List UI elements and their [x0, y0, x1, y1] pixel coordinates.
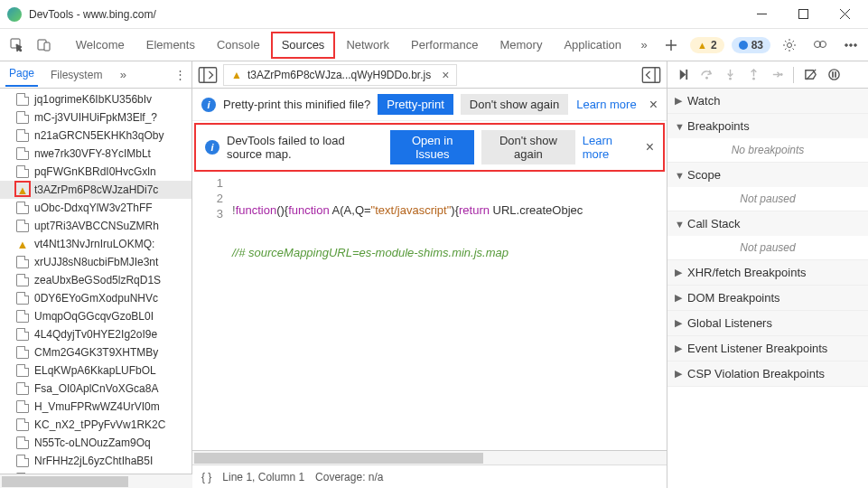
file-item[interactable]: mC-j3VUIHUiFpkM3Elf_?: [0, 108, 191, 127]
editor-file-tab[interactable]: ▲ t3AZrPm6P8cWJza...qWyH9DDo.br.js ×: [223, 64, 457, 86]
file-item[interactable]: jq1ogrimeK6IbKU356bIv: [0, 90, 191, 108]
pane-body: Not paused: [667, 187, 868, 211]
close-bar-icon[interactable]: ×: [649, 97, 658, 113]
file-item[interactable]: ▲vt4Nt13NvJrnIruLOKMQ:: [0, 235, 191, 253]
debug-pane: ▼ScopeNot paused: [667, 163, 868, 211]
tab-console[interactable]: Console: [206, 29, 271, 61]
open-in-issues-button[interactable]: Open in Issues: [390, 130, 474, 164]
pane-header[interactable]: ▶Watch: [667, 89, 868, 113]
file-icon: [16, 455, 29, 467]
pretty-print-bar: i Pretty-print this minified file? Prett…: [192, 89, 667, 121]
minimize-button[interactable]: [742, 2, 781, 27]
more-tabs-icon[interactable]: »: [636, 37, 652, 53]
file-item[interactable]: nwe7rk30VFY-8YcIMbLt: [0, 145, 191, 163]
navigator-hscrollbar[interactable]: [0, 474, 192, 488]
scrollbar-thumb[interactable]: [2, 476, 128, 487]
pane-label: DOM Breakpoints: [687, 291, 780, 305]
code-content[interactable]: !function(){function A(A,Q="text/javascr…: [229, 174, 667, 450]
file-item[interactable]: pqFWGnKBRdI0HvcGxln: [0, 163, 191, 181]
tab-network[interactable]: Network: [335, 29, 400, 61]
tab-performance[interactable]: Performance: [400, 29, 489, 61]
line-number: 3: [192, 206, 223, 221]
more-icon[interactable]: [839, 33, 863, 57]
step-out-icon[interactable]: [743, 65, 763, 85]
deactivate-breakpoints-icon[interactable]: [800, 65, 820, 85]
close-button[interactable]: [825, 2, 864, 27]
tab-elements[interactable]: Elements: [135, 29, 206, 61]
file-item[interactable]: KC_nX2_tPPyFvVw1RK2C: [0, 416, 191, 434]
file-icon: [16, 400, 29, 413]
dont-show-button[interactable]: Don't show again: [461, 94, 568, 115]
file-icon: [16, 256, 29, 268]
file-item[interactable]: CMm2G4GK3T9XHTMBy: [0, 343, 191, 361]
settings-icon[interactable]: [778, 33, 801, 57]
tab-sources[interactable]: Sources: [271, 32, 336, 59]
file-item[interactable]: Fsa_OI0AplCnVoXGca8A: [0, 380, 191, 398]
pane-header[interactable]: ▼Call Stack: [667, 211, 868, 236]
pause-exceptions-icon[interactable]: [824, 65, 844, 85]
dont-show-button[interactable]: Don't show again: [481, 130, 575, 164]
learn-more-link[interactable]: Learn more: [576, 98, 636, 111]
step-over-icon[interactable]: [696, 65, 716, 85]
nav-more-icon[interactable]: »: [115, 67, 131, 83]
pane-header[interactable]: ▶DOM Breakpoints: [667, 286, 868, 310]
nav-tab-filesystem[interactable]: Filesystem: [47, 65, 106, 85]
file-icon: [16, 328, 29, 341]
brackets-icon[interactable]: { }: [201, 471, 211, 483]
file-item[interactable]: xrUJJ8sN8ucbiFbMJIe3nt: [0, 253, 191, 271]
file-item[interactable]: H_VmuFPRwWZ4UrVI0m: [0, 398, 191, 416]
line-number: 1: [192, 175, 223, 191]
issues-badge[interactable]: 83: [732, 37, 770, 53]
step-into-icon[interactable]: [720, 65, 740, 85]
file-item[interactable]: n21aGRCN5EKHKh3qOby: [0, 127, 191, 145]
tab-welcome[interactable]: Welcome: [65, 29, 135, 61]
svg-rect-29: [832, 71, 834, 78]
pane-header[interactable]: ▶Global Listeners: [667, 311, 868, 335]
pane-header[interactable]: ▶CSP Violation Breakpoints: [667, 361, 868, 386]
pane-header[interactable]: ▶Event Listener Breakpoints: [667, 336, 868, 361]
separator: [793, 67, 794, 83]
nav-kebab-icon[interactable]: ⋮: [174, 68, 186, 81]
scrollbar-thumb[interactable]: [194, 453, 483, 464]
file-item[interactable]: uObc-DdxqYlW3v2ThFF: [0, 199, 191, 217]
toggle-debugger-icon[interactable]: [641, 65, 661, 85]
svg-point-12: [845, 43, 848, 46]
inspect-icon[interactable]: [5, 33, 29, 57]
feedback-icon[interactable]: [808, 33, 832, 57]
nav-tab-page[interactable]: Page: [5, 63, 38, 87]
code-editor[interactable]: 1 2 3 !function(){function A(A,Q="text/j…: [192, 174, 667, 450]
pane-header[interactable]: ▼Breakpoints: [667, 114, 868, 138]
device-icon[interactable]: [33, 33, 56, 57]
maximize-button[interactable]: [783, 2, 823, 27]
pretty-print-button[interactable]: Pretty-print: [378, 94, 453, 115]
resume-icon[interactable]: [673, 65, 693, 85]
close-tab-icon[interactable]: ×: [442, 68, 449, 82]
file-item[interactable]: NrFHHz2jL6yzChtIhaB5I: [0, 452, 191, 470]
pane-header[interactable]: ▼Scope: [667, 163, 868, 187]
close-bar-icon[interactable]: ×: [646, 139, 654, 155]
step-icon[interactable]: [767, 65, 787, 85]
file-item[interactable]: N55Tc-oLNOuzZam9Oq: [0, 434, 191, 452]
file-name: H_VmuFPRwWZ4UrVI0m: [34, 400, 160, 413]
file-item[interactable]: ELqKWpA6KkapLUFbOL: [0, 361, 191, 380]
file-icon: [16, 202, 29, 214]
new-tab-icon[interactable]: [659, 33, 683, 57]
tab-memory[interactable]: Memory: [489, 29, 553, 61]
editor-pane: ▲ t3AZrPm6P8cWJza...qWyH9DDo.br.js × i P…: [192, 61, 667, 488]
editor-hscrollbar[interactable]: [192, 450, 667, 465]
toggle-navigator-icon[interactable]: [198, 65, 218, 85]
file-item[interactable]: 4L4QdyjTv0HYE2Ig2oI9e: [0, 325, 191, 343]
file-item[interactable]: zeaUbxBeGSod5lzRqD1S: [0, 271, 191, 289]
learn-more-link[interactable]: Learn more: [583, 134, 633, 161]
file-tree[interactable]: jq1ogrimeK6IbKU356bIvmC-j3VUIHUiFpkM3Elf…: [0, 89, 191, 488]
svg-rect-6: [44, 42, 50, 51]
tab-application[interactable]: Application: [553, 29, 632, 61]
warnings-badge[interactable]: ▲2: [690, 37, 724, 53]
arrow-right-icon: ▶: [675, 368, 684, 380]
file-name: uObc-DdxqYlW3v2ThFF: [34, 202, 153, 214]
file-item[interactable]: 0DY6EYoGmXodpuNHVc: [0, 289, 191, 307]
file-item[interactable]: upt7Ri3AVBCCNSuZMRh: [0, 217, 191, 235]
file-item[interactable]: ▲t3AZrPm6P8cWJzaHDi7c: [0, 181, 191, 199]
file-item[interactable]: UmqpOqGGcqvGzoBL0I: [0, 307, 191, 325]
pane-header[interactable]: ▶XHR/fetch Breakpoints: [667, 260, 868, 285]
